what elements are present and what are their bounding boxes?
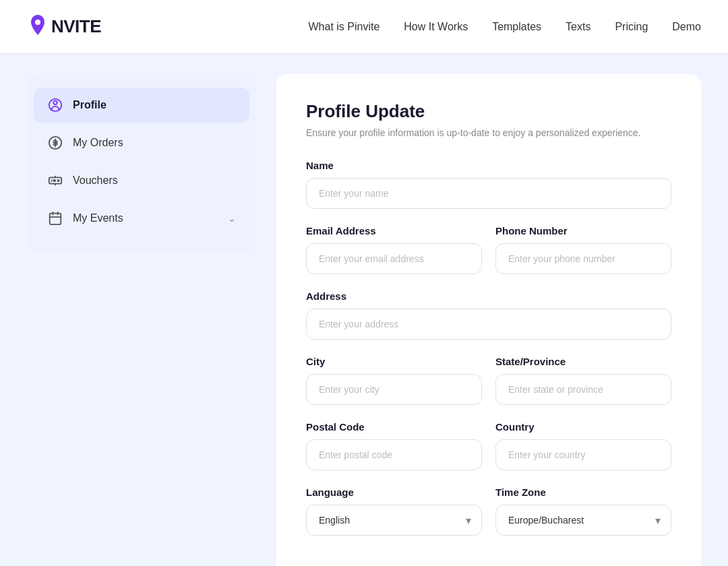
sidebar-item-my-orders-label: My Orders [73,137,123,149]
name-label: Name [306,160,671,171]
state-input[interactable] [495,374,671,405]
language-timezone-section: Language English Time Zone Europe/Buchar… [306,486,671,536]
email-col: Email Address [306,225,482,274]
logo[interactable]: NVITE [27,13,101,40]
state-label: State/Province [495,356,671,367]
country-col: Country [495,421,671,470]
svg-point-2 [53,101,57,105]
svg-point-0 [35,20,40,25]
dollar-circle-icon [47,135,63,151]
name-section: Name [306,160,671,209]
address-section: Address [306,290,671,340]
address-label: Address [306,290,671,302]
nav-item-demo[interactable]: Demo [672,21,701,33]
sidebar-item-my-events-label: My Events [73,212,123,224]
language-label: Language [306,486,482,498]
user-circle-icon [47,97,63,113]
country-input[interactable] [495,439,671,470]
profile-area: Profile Update Ensure your profile infor… [276,74,701,566]
header: NVITE What is Pinvite How It Works Templ… [0,0,728,54]
postal-col: Postal Code [306,421,482,470]
nav-item-how-it-works[interactable]: How It Works [404,21,468,33]
phone-input[interactable] [495,243,671,274]
sidebar-item-my-orders[interactable]: My Orders [34,125,249,160]
logo-icon [27,13,49,40]
sidebar: Profile My Orders Vouchers [27,74,256,252]
timezone-select[interactable]: Europe/Bucharest [495,505,671,536]
city-col: City [306,356,482,405]
main-content: Profile My Orders Vouchers [0,54,728,566]
nav-item-what-is-pinvite[interactable]: What is Pinvite [309,21,380,33]
calendar-icon [47,210,63,226]
sidebar-item-vouchers-label: Vouchers [73,175,118,187]
email-label: Email Address [306,225,482,237]
chevron-down-icon: ⌄ [228,213,236,224]
voucher-icon [47,172,63,189]
postal-label: Postal Code [306,421,482,433]
nav-item-texts[interactable]: Texts [566,21,590,33]
nav: What is Pinvite How It Works Templates T… [309,21,702,33]
country-label: Country [495,421,671,433]
sidebar-item-vouchers[interactable]: Vouchers [34,163,249,198]
timezone-label: Time Zone [495,486,671,498]
language-select[interactable]: English [306,505,482,536]
nav-item-templates[interactable]: Templates [492,21,541,33]
name-input[interactable] [306,178,671,209]
city-label: City [306,356,482,367]
timezone-col: Time Zone Europe/Bucharest [495,486,671,536]
postal-country-section: Postal Code Country [306,421,671,470]
postal-input[interactable] [306,439,482,470]
language-select-wrapper: English [306,505,482,536]
phone-col: Phone Number [495,225,671,274]
timezone-select-wrapper: Europe/Bucharest [495,505,671,536]
email-phone-section: Email Address Phone Number [306,225,671,274]
language-col: Language English [306,486,482,536]
profile-title: Profile Update [306,101,671,122]
city-input[interactable] [306,374,482,405]
phone-label: Phone Number [495,225,671,237]
address-input[interactable] [306,309,671,340]
nav-item-pricing[interactable]: Pricing [615,21,648,33]
state-col: State/Province [495,356,671,405]
logo-text: NVITE [51,16,101,37]
email-input[interactable] [306,243,482,274]
svg-rect-5 [50,214,61,225]
city-state-section: City State/Province [306,356,671,405]
sidebar-item-my-events[interactable]: My Events ⌄ [34,201,249,236]
sidebar-item-profile-label: Profile [73,99,107,111]
profile-subtitle: Ensure your profile information is up-to… [306,127,671,138]
sidebar-item-profile[interactable]: Profile [34,88,249,123]
